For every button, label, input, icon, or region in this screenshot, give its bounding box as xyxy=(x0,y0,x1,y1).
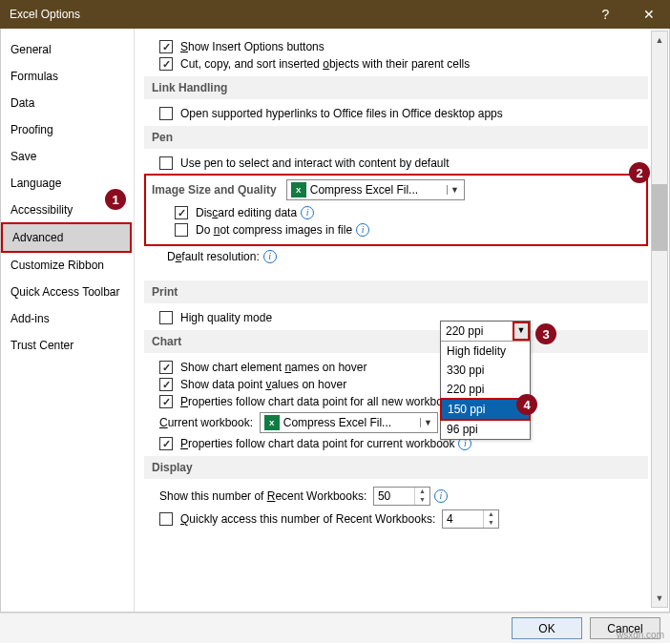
recent-workbooks-spinner[interactable]: 50▲▼ xyxy=(373,487,430,506)
checkbox-hq-print[interactable] xyxy=(159,311,173,324)
label-show-insert: Show Insert Options buttons xyxy=(180,40,325,53)
checkbox-show-insert[interactable] xyxy=(159,40,173,53)
current-workbook-combo[interactable]: Compress Excel Fil... ▼ xyxy=(260,412,438,433)
label-recent-workbooks: Show this number of Recent Workbooks: xyxy=(159,489,366,503)
image-quality-combo[interactable]: Compress Excel Fil... ▼ xyxy=(286,179,465,200)
label-hq-print: High quality mode xyxy=(180,311,272,324)
image-quality-value: Compress Excel Fil... xyxy=(310,183,447,197)
sidebar-item-proofing[interactable]: Proofing xyxy=(1,116,134,143)
dropdown-arrow-button[interactable]: ▼ xyxy=(513,322,530,341)
help-button[interactable]: ? xyxy=(584,0,627,29)
checkbox-chart-props-current[interactable] xyxy=(159,437,173,450)
current-workbook-value: Compress Excel Fil... xyxy=(283,416,420,429)
ok-button[interactable]: OK xyxy=(512,617,582,639)
resolution-option[interactable]: High fidelity xyxy=(441,342,530,361)
section-link-handling: Link Handling xyxy=(144,76,648,99)
label-current-workbook: Current workbook: xyxy=(159,416,253,429)
sidebar-item-trust-center[interactable]: Trust Center xyxy=(1,332,134,359)
chevron-down-icon: ▼ xyxy=(420,418,435,427)
checkbox-quick-access[interactable] xyxy=(159,512,173,526)
checkbox-chart-names[interactable] xyxy=(159,361,173,374)
section-chart: Chart xyxy=(144,330,648,353)
checkbox-use-pen[interactable] xyxy=(159,156,173,170)
highlight-image-quality: Image Size and Quality Compress Excel Fi… xyxy=(144,174,648,246)
section-display: Display xyxy=(144,456,648,479)
sidebar-item-quick-access[interactable]: Quick Access Toolbar xyxy=(1,279,134,305)
info-icon[interactable] xyxy=(263,250,277,263)
resolution-option[interactable]: 330 ppi xyxy=(441,361,530,380)
label-chart-props-all: Properties follow chart data point for a… xyxy=(180,395,461,408)
excel-icon xyxy=(264,415,280,430)
vertical-scrollbar[interactable]: ▲ ▼ xyxy=(651,31,668,608)
info-icon[interactable] xyxy=(301,206,314,219)
callout-4: 4 xyxy=(516,394,537,415)
section-pen: Pen xyxy=(144,126,648,149)
checkbox-discard[interactable] xyxy=(175,206,188,219)
watermark: wsxdn.com xyxy=(617,630,664,640)
title-bar: Excel Options ? ✕ xyxy=(0,0,670,29)
resolution-option[interactable]: 96 ppi xyxy=(441,420,530,439)
resolution-option[interactable]: 220 ppi xyxy=(441,380,530,399)
category-sidebar: General Formulas Data Proofing Save Lang… xyxy=(1,29,135,612)
sidebar-item-customize-ribbon[interactable]: Customize Ribbon xyxy=(1,252,134,279)
checkbox-cut-copy[interactable] xyxy=(159,57,173,71)
label-discard: Discard editing data xyxy=(196,206,297,219)
chevron-down-icon: ▼ xyxy=(447,185,462,195)
label-chart-props-current: Properties follow chart data point for c… xyxy=(180,437,454,450)
callout-2: 2 xyxy=(629,162,650,183)
scroll-thumb[interactable] xyxy=(652,184,667,251)
window-title: Excel Options xyxy=(10,8,584,21)
sidebar-item-data[interactable]: Data xyxy=(1,90,134,116)
resolution-dropdown: 220 ppi▼ High fidelity 330 ppi 220 ppi 1… xyxy=(440,321,531,440)
info-icon[interactable] xyxy=(356,223,369,237)
checkbox-open-hyperlinks[interactable] xyxy=(159,107,173,120)
label-chart-values: Show data point values on hover xyxy=(180,378,346,391)
label-quick-access: Quickly access this number of Recent Wor… xyxy=(180,512,435,526)
dialog-footer: OK Cancel xyxy=(0,613,670,643)
sidebar-item-advanced[interactable]: Advanced xyxy=(1,222,132,253)
checkbox-chart-values[interactable] xyxy=(159,378,173,391)
checkbox-chart-props-all[interactable] xyxy=(159,395,173,408)
label-chart-names: Show chart element names on hover xyxy=(180,361,366,374)
label-donot-compress: Do not compress images in file xyxy=(196,223,352,237)
options-panel: Show Insert Options buttons Cut, copy, a… xyxy=(135,29,669,612)
label-use-pen: Use pen to select and interact with cont… xyxy=(180,156,450,170)
excel-icon xyxy=(291,182,306,197)
resolution-selected: 220 ppi xyxy=(441,322,513,341)
callout-1: 1 xyxy=(105,189,126,210)
quick-access-spinner[interactable]: 4▲▼ xyxy=(442,509,499,529)
sidebar-item-save[interactable]: Save xyxy=(1,143,134,170)
sidebar-item-formulas[interactable]: Formulas xyxy=(1,63,134,90)
sidebar-item-addins[interactable]: Add-ins xyxy=(1,305,134,332)
checkbox-donot-compress[interactable] xyxy=(175,223,188,237)
label-default-resolution: Default resolution: xyxy=(167,250,260,263)
sidebar-item-general[interactable]: General xyxy=(1,36,134,63)
label-cut-copy: Cut, copy, and sort inserted objects wit… xyxy=(180,57,470,71)
scroll-up-icon[interactable]: ▲ xyxy=(652,31,667,49)
scroll-down-icon[interactable]: ▼ xyxy=(652,590,667,607)
section-image-size: Image Size and Quality xyxy=(152,183,277,197)
close-button[interactable]: ✕ xyxy=(627,0,670,29)
section-print: Print xyxy=(144,280,648,303)
callout-3: 3 xyxy=(535,323,556,344)
label-open-hyperlinks: Open supported hyperlinks to Office file… xyxy=(180,107,503,120)
info-icon[interactable] xyxy=(434,489,448,503)
